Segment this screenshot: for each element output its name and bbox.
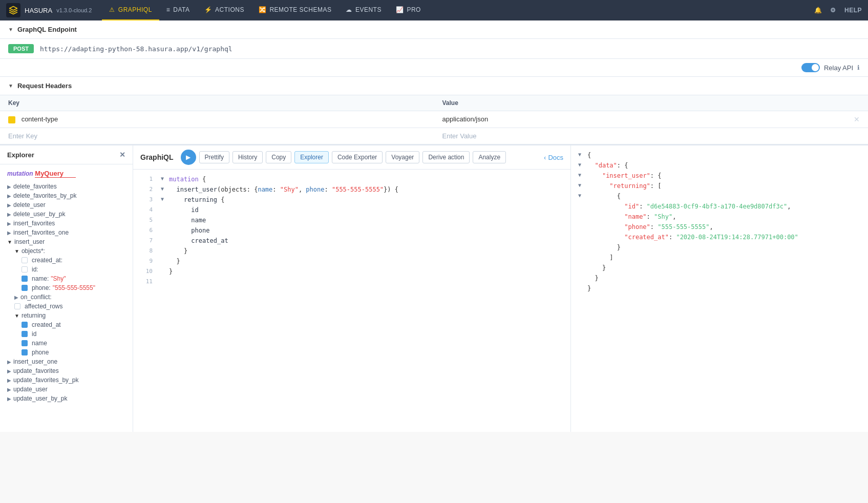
checkbox-checked-icon[interactable]	[22, 331, 28, 337]
result-fold-arrow[interactable]: ▼	[578, 171, 584, 181]
explorer-item-insert-user-one[interactable]: ▶ insert_user_one	[7, 357, 125, 366]
result-content: }	[587, 274, 861, 284]
derive-action-button[interactable]: Derive action	[422, 151, 470, 163]
explorer-item-insert-user[interactable]: ▼ insert_user	[7, 237, 125, 246]
copy-button[interactable]: Copy	[266, 151, 291, 163]
editor-area: GraphiQL ▶ Prettify History Copy Explore…	[133, 145, 571, 432]
history-button[interactable]: History	[232, 151, 263, 163]
arrow-icon: ▶	[7, 202, 11, 208]
nav-item-graphiql[interactable]: ⚠ GRAPHIQL	[102, 0, 159, 20]
remote-schemas-icon: 🔀	[259, 6, 267, 13]
voyager-button[interactable]: Voyager	[386, 151, 419, 163]
checkbox-icon[interactable]	[22, 257, 28, 263]
result-fold-arrow[interactable]: ▼	[578, 181, 584, 192]
explorer-item-delete-favorites-by-pk[interactable]: ▶ delete_favorites_by_pk	[7, 191, 125, 200]
header-value-input-cell[interactable]: Enter Value	[434, 128, 869, 144]
result-line: "phone": "555-555-5555",	[571, 222, 868, 233]
help-button[interactable]: HELP	[844, 7, 862, 14]
explorer-item-insert-favorites-one[interactable]: ▶ insert_favorites_one	[7, 228, 125, 237]
checkbox-checked-icon[interactable]	[22, 285, 28, 291]
fold-arrow[interactable]: ▼	[161, 185, 167, 195]
result-line: }	[571, 274, 868, 284]
nav-item-data[interactable]: ≡ DATA	[159, 0, 197, 20]
checkbox-checked-icon[interactable]	[22, 340, 28, 346]
result-content: }	[587, 263, 861, 274]
phone-value: "555-555-5555"	[53, 284, 95, 291]
explorer-item-update-user-by-pk[interactable]: ▶ update_user_by_pk	[7, 394, 125, 403]
explorer-item-delete-user[interactable]: ▶ delete_user	[7, 200, 125, 209]
result-fold-arrow-empty	[578, 212, 584, 222]
code-content: insert_user(objects: {name: "Shy", phone…	[169, 185, 563, 195]
relay-api-toggle[interactable]	[801, 63, 820, 72]
checkbox-icon[interactable]	[14, 303, 20, 309]
explorer-panel: Explorer ✕ mutation MyQuery ▶ delete_fav…	[0, 145, 133, 432]
nav-item-actions[interactable]: ⚡ ACTIONS	[197, 0, 251, 20]
chevron-left-icon: ‹	[544, 154, 546, 161]
explorer-item-update-favorites[interactable]: ▶ update_favorites	[7, 366, 125, 375]
explorer-item-ret-created-at[interactable]: created_at	[7, 320, 125, 329]
explorer-item-update-user[interactable]: ▶ update_user	[7, 385, 125, 394]
gear-icon[interactable]: ⚙	[830, 7, 836, 14]
code-exporter-button[interactable]: Code Exporter	[332, 151, 383, 163]
graphql-endpoint-section[interactable]: ▼ GraphQL Endpoint	[0, 20, 868, 39]
header-key-input-cell[interactable]: Enter Key	[0, 128, 434, 144]
arrow-icon: ▶	[7, 387, 11, 392]
checkbox-checked-icon[interactable]	[22, 276, 28, 282]
result-content: }	[587, 284, 861, 294]
explorer-item-update-favorites-by-pk[interactable]: ▶ update_favorites_by_pk	[7, 375, 125, 385]
bell-icon[interactable]: 🔔	[814, 7, 822, 14]
endpoint-row: POST https://adapting-python-58.hasura.a…	[0, 39, 868, 59]
checkbox-checked-icon[interactable]	[22, 349, 28, 355]
result-content: {	[587, 151, 861, 161]
nav-item-events[interactable]: ☁ EVENTS	[338, 0, 389, 20]
item-label: name:	[32, 275, 49, 282]
result-fold-arrow[interactable]: ▼	[578, 151, 584, 161]
result-fold-arrow[interactable]: ▼	[578, 192, 584, 202]
fold-arrow[interactable]: ▼	[161, 175, 167, 185]
explorer-item-id[interactable]: id:	[7, 265, 125, 274]
explorer-item-returning[interactable]: ▼ returning	[7, 311, 125, 320]
fold-arrow[interactable]: ▼	[161, 195, 167, 205]
checkbox-icon[interactable]	[22, 266, 28, 273]
nav-item-remote-schemas[interactable]: 🔀 REMOTE SCHEMAS	[251, 0, 339, 20]
item-label: id:	[32, 266, 38, 273]
request-headers-header[interactable]: ▼ Request Headers	[0, 77, 868, 95]
explorer-item-ret-name[interactable]: name	[7, 339, 125, 348]
nav-item-pro[interactable]: 📈 PRO	[389, 0, 428, 20]
result-content: "phone": "555-555-5555",	[587, 222, 861, 233]
explorer-item-created-at[interactable]: created_at:	[7, 256, 125, 265]
code-editor[interactable]: 1 ▼ mutation { 2 ▼ insert_user(objects: …	[133, 170, 570, 432]
checkbox-checked-icon[interactable]	[22, 322, 28, 328]
explorer-item-phone[interactable]: phone: "555-555-5555"	[7, 283, 125, 292]
explorer-item-affected-rows[interactable]: affected_rows	[7, 302, 125, 311]
item-label: delete_user_by_pk	[13, 211, 65, 218]
run-button[interactable]: ▶	[181, 150, 196, 165]
mutation-name-input[interactable]: MyQuery	[35, 170, 76, 178]
analyze-button[interactable]: Analyze	[473, 151, 506, 163]
result-line: }	[571, 243, 868, 253]
info-icon[interactable]: ℹ	[857, 64, 860, 71]
explorer-item-insert-favorites[interactable]: ▶ insert_favorites	[7, 219, 125, 228]
explorer-item-delete-favorites[interactable]: ▶ delete_favorites	[7, 182, 125, 191]
docs-label: Docs	[548, 154, 563, 161]
explorer-item-objects[interactable]: ▼ objects*:	[7, 246, 125, 256]
top-navigation: HASURA v1.3.0-cloud.2 ⚠ GRAPHIQL ≡ DATA …	[0, 0, 868, 20]
header-enabled-checkbox[interactable]	[8, 116, 15, 123]
mutation-keyword: mutation	[7, 170, 33, 177]
explorer-item-delete-user-by-pk[interactable]: ▶ delete_user_by_pk	[7, 209, 125, 219]
header-value-value: application/json	[442, 115, 489, 123]
explorer-item-on-conflict[interactable]: ▶ on_conflict:	[7, 292, 125, 302]
arrow-icon: ▶	[7, 212, 11, 217]
explorer-item-name[interactable]: name: "Shy"	[7, 274, 125, 283]
explorer-button[interactable]: Explorer	[294, 151, 329, 163]
relay-row: Relay API ℹ	[0, 59, 868, 77]
headers-table: Key Value content-type application/json …	[0, 95, 868, 144]
explorer-item-ret-phone[interactable]: phone	[7, 348, 125, 357]
result-fold-arrow[interactable]: ▼	[578, 161, 584, 171]
delete-header-icon[interactable]: ✕	[854, 115, 860, 123]
prettify-button[interactable]: Prettify	[199, 151, 229, 163]
explorer-item-ret-id[interactable]: id	[7, 329, 125, 339]
explorer-close-button[interactable]: ✕	[119, 151, 125, 159]
result-line: ]	[571, 253, 868, 263]
docs-button[interactable]: ‹ Docs	[544, 154, 563, 161]
